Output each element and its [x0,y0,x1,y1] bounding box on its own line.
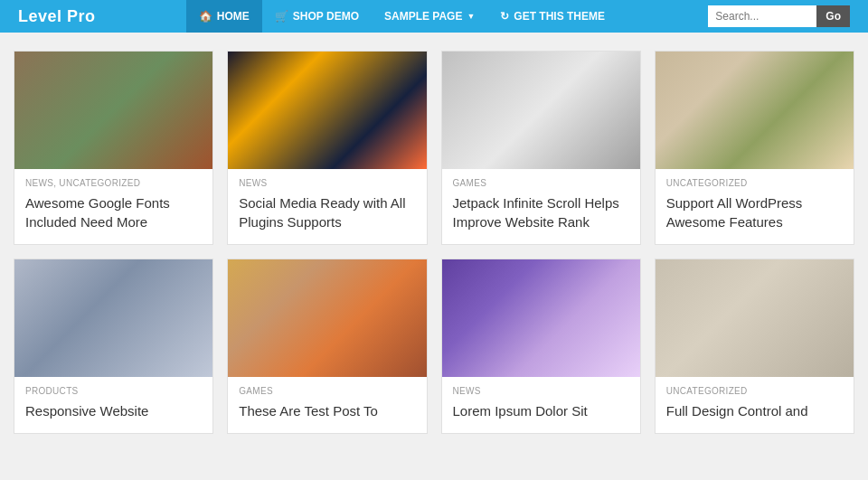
post-image [656,259,854,377]
nav-item-home[interactable]: 🏠 HOME [186,0,262,33]
post-category: GAMES [239,386,415,396]
post-image [442,52,640,169]
post-title: Lorem Ipsum Dolor Sit [453,401,629,420]
post-title: Full Design Control and [666,401,843,420]
post-card[interactable]: UNCATEGORIZEDFull Design Control and [655,259,854,434]
post-image [228,52,426,169]
post-category: GAMES [453,178,629,188]
nav-item-theme[interactable]: ↻ GET THIS THEME [487,0,618,33]
nav-shop-label: SHOP DEMO [293,10,359,23]
post-category: UNCATEGORIZED [666,386,843,396]
post-category: UNCATEGORIZED [666,178,843,188]
post-card[interactable]: UNCATEGORIZEDSupport All WordPress Aweso… [655,51,854,245]
home-icon: 🏠 [199,10,212,23]
site-header: Level Pro 🏠 HOME 🛒 SHOP DEMO SAMPLE PAGE… [0,0,868,33]
post-title: Social Media Ready with All Plugins Supp… [239,193,415,231]
main-content: NEWS, UNCATEGORIZEDAwesome Google Fonts … [0,33,868,452]
nav-theme-label: GET THIS THEME [514,10,605,23]
post-card[interactable]: NEWSLorem Ipsum Dolor Sit [441,259,641,434]
post-card[interactable]: NEWSSocial Media Ready with All Plugins … [227,51,427,245]
chevron-down-icon: ▼ [467,12,475,21]
search-input[interactable] [708,5,816,27]
post-image [14,259,212,377]
post-category: PRODUCTS [25,386,202,396]
cart-icon: 🛒 [275,10,288,23]
post-title: Responsive Website [25,401,202,420]
post-title: Jetpack Infinite Scroll Helps Improve We… [453,193,629,231]
nav-home-label: HOME [217,10,250,23]
main-nav: 🏠 HOME 🛒 SHOP DEMO SAMPLE PAGE ▼ ↻ GET T… [186,0,618,33]
post-image [442,259,640,377]
nav-sample-label: SAMPLE PAGE [384,10,462,23]
posts-grid: NEWS, UNCATEGORIZEDAwesome Google Fonts … [14,51,854,434]
nav-item-sample[interactable]: SAMPLE PAGE ▼ [372,0,487,33]
post-title: Support All WordPress Awesome Features [666,193,843,231]
refresh-icon: ↻ [500,10,509,23]
post-image [228,259,426,377]
site-logo: Level Pro [18,7,96,26]
post-card[interactable]: GAMESJetpack Infinite Scroll Helps Impro… [441,51,641,245]
post-image [656,52,854,169]
nav-item-shop[interactable]: 🛒 SHOP DEMO [262,0,372,33]
post-card[interactable]: PRODUCTSResponsive Website [14,259,213,434]
post-category: NEWS [239,178,415,188]
post-title: These Are Test Post To [239,401,415,420]
search-button[interactable]: Go [816,5,850,27]
post-card[interactable]: GAMESThese Are Test Post To [227,259,427,434]
search-area: Go [708,5,850,27]
post-image [14,52,212,169]
post-card[interactable]: NEWS, UNCATEGORIZEDAwesome Google Fonts … [14,51,213,245]
post-category: NEWS, UNCATEGORIZED [25,178,202,188]
post-category: NEWS [453,386,629,396]
post-title: Awesome Google Fonts Included Need More [25,193,202,231]
